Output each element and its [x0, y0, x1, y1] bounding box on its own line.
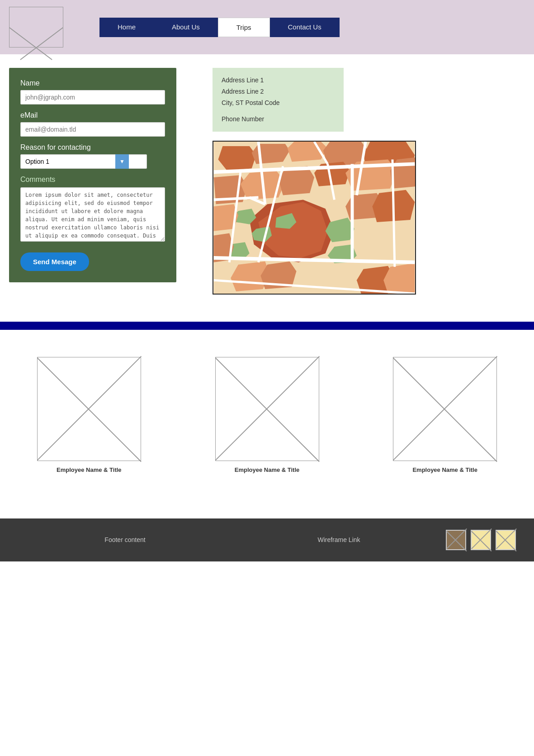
page-footer: Footer content Wireframe Link [0, 518, 534, 561]
comments-textarea[interactable]: Lorem ipsum dolor sit amet, consectetur … [20, 187, 165, 242]
name-input[interactable] [20, 90, 165, 105]
address-line2: Address Line 2 [222, 86, 335, 97]
name-label: Name [20, 79, 165, 87]
staff-image-3 [393, 357, 497, 461]
logo [9, 7, 63, 48]
staff-name-1: Employee Name & Title [57, 466, 122, 473]
address-phone: Phone Number [222, 114, 335, 125]
nav-home[interactable]: Home [99, 18, 154, 37]
select-dropdown-btn[interactable]: ▼ [115, 154, 129, 169]
footer-icon-2 [471, 530, 491, 550]
nav-about[interactable]: About Us [154, 18, 218, 37]
map-container [213, 141, 416, 295]
right-side: Address Line 1 Address Line 2 City, ST P… [213, 68, 525, 295]
email-label: eMail [20, 111, 165, 119]
send-button[interactable]: Send Mesage [20, 252, 89, 271]
footer-icons [446, 530, 516, 550]
staff-card-1: Employee Name & Title [9, 357, 169, 473]
map-svg [213, 142, 415, 294]
staff-grid: Employee Name & Title Employee Name & Ti… [9, 357, 525, 473]
page-header: Home About Us Trips Contact Us [0, 0, 534, 54]
staff-image-1 [37, 357, 141, 461]
contact-form: Name eMail Reason for contacting Option … [9, 68, 176, 282]
staff-card-3: Employee Name & Title [365, 357, 525, 473]
address-line1: Address Line 1 [222, 75, 335, 86]
address-box: Address Line 1 Address Line 2 City, ST P… [213, 68, 344, 132]
reason-select-wrapper: Option 1 Option 2 Option 3 ▼ [20, 154, 165, 169]
footer-link[interactable]: Wireframe Link [232, 536, 446, 543]
staff-image-2 [215, 357, 319, 461]
footer-icon-1 [446, 530, 466, 550]
comments-label: Comments [20, 176, 165, 184]
footer-content: Footer content [18, 536, 232, 543]
email-input[interactable] [20, 122, 165, 137]
nav-contact[interactable]: Contact Us [270, 18, 340, 37]
blue-divider [0, 322, 534, 330]
staff-section: Employee Name & Title Employee Name & Ti… [0, 357, 534, 491]
staff-name-3: Employee Name & Title [412, 466, 477, 473]
address-city: City, ST Postal Code [222, 97, 335, 109]
reason-label: Reason for contacting [20, 143, 165, 152]
staff-name-2: Employee Name & Title [235, 466, 300, 473]
main-content: Name eMail Reason for contacting Option … [0, 54, 534, 308]
footer-icon-3 [496, 530, 516, 550]
nav-trips[interactable]: Trips [218, 18, 270, 37]
main-nav: Home About Us Trips Contact Us [99, 18, 340, 37]
staff-card-2: Employee Name & Title [187, 357, 347, 473]
